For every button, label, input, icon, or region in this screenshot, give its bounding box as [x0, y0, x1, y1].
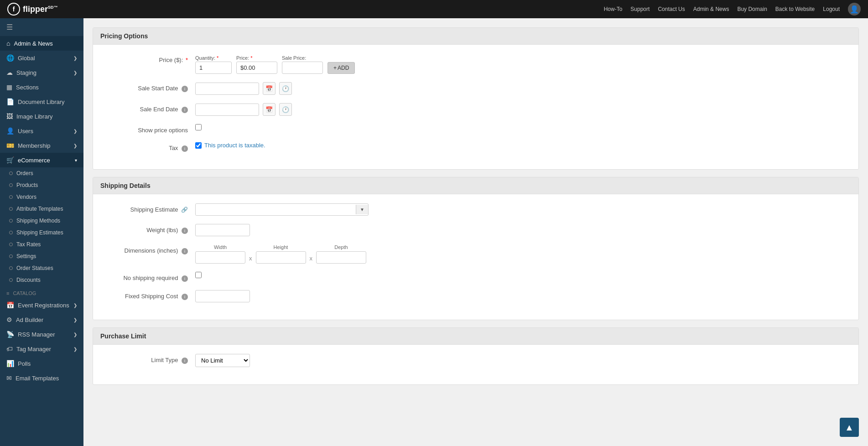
pricing-options-card: Pricing Options Price ($): * Quantity: * — [93, 27, 859, 170]
sidebar-item-discounts[interactable]: Discounts — [5, 274, 83, 286]
sidebar-item-label: Tag Manager — [16, 346, 51, 353]
avatar[interactable]: 👤 — [848, 3, 861, 16]
info-icon[interactable]: i — [182, 145, 188, 152]
shipping-estimate-dropdown[interactable]: ▼ — [195, 203, 369, 216]
shipping-estimate-input[interactable] — [196, 204, 356, 215]
buy-domain-link[interactable]: Buy Domain — [737, 6, 767, 12]
sale-price-input[interactable] — [282, 62, 323, 74]
sidebar-item-label: Ad Builder — [16, 316, 43, 323]
sidebar-item-vendors[interactable]: Vendors — [5, 191, 83, 203]
info-icon[interactable]: i — [182, 275, 188, 282]
external-link-icon[interactable]: 🔗 — [181, 207, 188, 213]
chevron-right-icon: ❯ — [73, 347, 77, 352]
sidebar-item-label: Sections — [16, 84, 39, 91]
ecommerce-submenu: Orders Products Vendors Attribute Templa… — [0, 167, 83, 286]
info-icon[interactable]: i — [182, 294, 188, 300]
sidebar-item-attribute-templates[interactable]: Attribute Templates — [5, 203, 83, 215]
info-icon[interactable]: i — [182, 248, 188, 254]
sidebar: ☰ ⌂ Admin & News 🌐 Global ❯ ☁ Staging ❯ … — [0, 18, 83, 446]
sidebar-item-order-statuses[interactable]: Order Statuses — [5, 262, 83, 274]
sidebar-item-products[interactable]: Products — [5, 179, 83, 191]
sidebar-item-admin-news[interactable]: ⌂ Admin & News — [0, 36, 83, 51]
document-icon: 📄 — [6, 98, 14, 105]
sidebar-item-event-registrations[interactable]: 📅 Event Registrations ❯ — [0, 298, 83, 312]
sidebar-item-membership[interactable]: 🎫 Membership ❯ — [0, 138, 83, 153]
limit-type-label: Limit Type i — [104, 354, 195, 364]
clock-picker-button[interactable]: 🕐 — [279, 103, 292, 116]
sidebar-item-label: Admin & News — [14, 40, 52, 47]
fixed-shipping-cost-row: Fixed Shipping Cost i — [104, 290, 847, 302]
add-price-button[interactable]: + ADD — [327, 62, 355, 74]
contact-us-link[interactable]: Contact Us — [658, 6, 685, 12]
show-price-options-checkbox[interactable] — [195, 124, 202, 130]
dimensions-label: Dimensions (inches) i — [104, 244, 195, 254]
sidebar-item-settings[interactable]: Settings — [5, 250, 83, 262]
sale-start-date-input[interactable] — [195, 83, 259, 95]
clock-picker-button[interactable]: 🕐 — [279, 82, 292, 95]
logout-link[interactable]: Logout — [823, 6, 840, 12]
gear-icon: ⚙ — [6, 316, 12, 323]
sidebar-item-label: eCommerce — [18, 157, 50, 164]
hamburger-menu[interactable]: ☰ — [0, 18, 83, 36]
calendar-picker-button[interactable]: 📅 — [263, 103, 275, 116]
sidebar-item-shipping-estimates[interactable]: Shipping Estimates — [5, 227, 83, 239]
chevron-right-icon: ❯ — [73, 303, 77, 308]
support-link[interactable]: Support — [630, 6, 650, 12]
sidebar-item-image-library[interactable]: 🖼 Image Library — [0, 109, 83, 124]
circle-icon — [9, 266, 13, 270]
plus-icon: + — [333, 65, 337, 71]
sidebar-item-ad-builder[interactable]: ⚙ Ad Builder ❯ — [0, 312, 83, 327]
limit-type-select[interactable]: No Limit Per Order Per Customer — [195, 354, 250, 367]
sidebar-item-document-library[interactable]: 📄 Document Library — [0, 94, 83, 109]
width-input[interactable] — [195, 251, 245, 264]
taxable-checkbox[interactable] — [195, 142, 202, 149]
sidebar-item-polls[interactable]: 📊 Polls — [0, 356, 83, 371]
quantity-input[interactable] — [195, 62, 232, 74]
height-input[interactable] — [256, 251, 306, 264]
how-to-link[interactable]: How-To — [604, 6, 623, 12]
sidebar-item-sections[interactable]: ▦ Sections — [0, 80, 83, 94]
weight-input[interactable] — [195, 224, 250, 236]
info-icon[interactable]: i — [182, 86, 188, 92]
sidebar-item-staging[interactable]: ☁ Staging ❯ — [0, 65, 83, 80]
main-content: Pricing Options Price ($): * Quantity: * — [83, 18, 868, 446]
calendar-picker-button[interactable]: 📅 — [263, 82, 275, 95]
sidebar-item-tax-rates[interactable]: Tax Rates — [5, 239, 83, 250]
admin-news-link[interactable]: Admin & News — [693, 6, 729, 12]
dropdown-arrow-icon[interactable]: ▼ — [356, 205, 368, 214]
show-price-options-label: Show price options — [104, 124, 195, 134]
sidebar-item-rss-manager[interactable]: 📡 RSS Manager ❯ — [0, 327, 83, 342]
sale-price-group: Sale Price: — [282, 55, 323, 74]
sidebar-item-shipping-methods[interactable]: Shipping Methods — [5, 215, 83, 227]
sidebar-item-orders[interactable]: Orders — [5, 167, 83, 179]
sidebar-item-ecommerce[interactable]: 🛒 eCommerce ▾ — [0, 153, 83, 167]
arrow-up-icon: ▲ — [845, 422, 854, 433]
sale-end-date-input[interactable] — [195, 104, 259, 116]
price-label: Price ($): * — [104, 54, 195, 63]
fixed-shipping-cost-input[interactable] — [195, 290, 250, 302]
sale-start-date-controls: 📅 🕐 — [195, 82, 292, 95]
back-to-top-button[interactable]: ▲ — [840, 418, 859, 437]
chevron-right-icon: ❯ — [73, 129, 77, 134]
no-shipping-checkbox[interactable] — [195, 272, 202, 278]
logo: f flipperSD™ — [7, 3, 58, 16]
width-label: Width — [214, 244, 227, 250]
sale-start-date-label: Sale Start Date i — [104, 82, 195, 92]
info-icon[interactable]: i — [182, 228, 188, 234]
no-shipping-label: No shipping required i — [104, 272, 195, 282]
info-icon[interactable]: i — [182, 358, 188, 364]
back-to-website-link[interactable]: Back to Website — [775, 6, 815, 12]
price-input[interactable] — [236, 62, 277, 74]
info-icon[interactable]: i — [182, 107, 188, 113]
fixed-shipping-cost-label: Fixed Shipping Cost i — [104, 290, 195, 300]
ecommerce-icon: 🛒 — [6, 156, 14, 164]
taxable-label: This product is taxable. — [195, 142, 265, 149]
sidebar-item-global[interactable]: 🌐 Global ❯ — [0, 51, 83, 65]
sidebar-item-users[interactable]: 👤 Users ❯ — [0, 124, 83, 138]
purchase-limit-card: Purchase Limit Limit Type i No Limit Per… — [93, 327, 859, 385]
sidebar-item-label: Settings — [16, 253, 36, 259]
price-input-group: Price: * — [236, 55, 277, 74]
depth-input[interactable] — [316, 251, 366, 264]
sidebar-item-email-templates[interactable]: ✉ Email Templates — [0, 371, 83, 385]
sidebar-item-tag-manager[interactable]: 🏷 Tag Manager ❯ — [0, 342, 83, 356]
